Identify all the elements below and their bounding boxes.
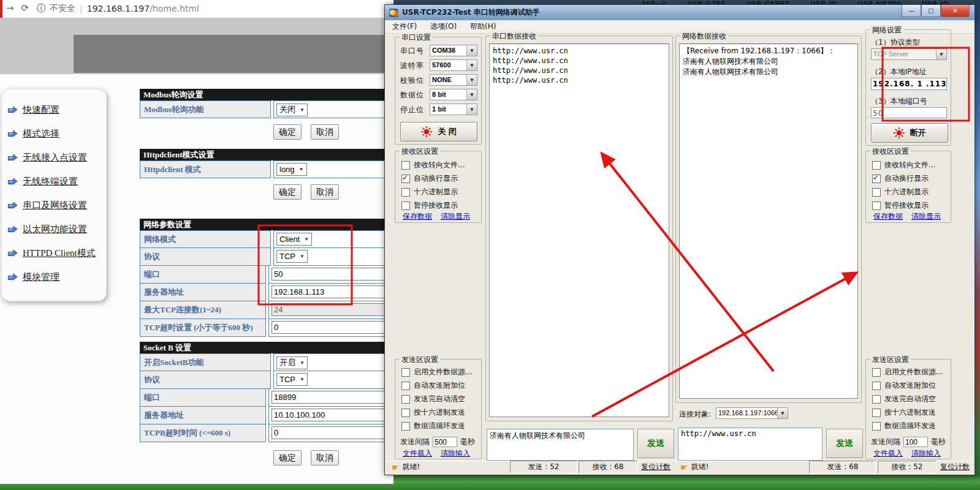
address-bar[interactable]: ⓘ 不安全 | 192.168.1.197/home.html: [37, 3, 199, 14]
checkbox[interactable]: [401, 422, 410, 431]
close-button[interactable]: ✕: [941, 5, 970, 17]
sidebar-item-wireless-sta[interactable]: 无线终端设置: [2, 170, 106, 194]
local-port-field[interactable]: 50: [871, 107, 947, 118]
checkbox-row[interactable]: 自动换行显示: [872, 173, 929, 184]
checkbox[interactable]: [401, 202, 410, 210]
confirm-button[interactable]: 确定: [273, 450, 302, 466]
socketb-port-input[interactable]: [272, 391, 387, 404]
url-host[interactable]: 192.168.1.197: [87, 4, 150, 13]
checkbox[interactable]: [872, 175, 881, 183]
confirm-button[interactable]: 确定: [273, 184, 302, 200]
cancel-button[interactable]: 取消: [311, 184, 339, 200]
sidebar-item-wireless-ap[interactable]: 无线接入点设置: [2, 146, 106, 170]
network-send-button[interactable]: 发送: [826, 429, 863, 458]
checkbox[interactable]: [401, 188, 410, 197]
checkbox[interactable]: [401, 175, 410, 183]
checkbox[interactable]: [872, 188, 881, 197]
socketb-server-input[interactable]: [272, 409, 387, 421]
sidebar-item-quick-config[interactable]: 快速配置: [2, 98, 106, 122]
reload-icon[interactable]: ⟳: [21, 2, 29, 13]
checkbox[interactable]: [401, 368, 410, 377]
checkbox[interactable]: [872, 422, 881, 431]
sidebar-item-module-mgmt[interactable]: 模块管理: [2, 265, 106, 289]
checkbox-row[interactable]: 自动换行显示: [401, 173, 458, 184]
clear-input-link[interactable]: 清除输入: [441, 448, 470, 459]
socketb-enable-select[interactable]: 开启▼: [276, 356, 308, 369]
port-input[interactable]: [272, 268, 387, 281]
cancel-button[interactable]: 取消: [311, 450, 339, 466]
tcpb-timeout-input[interactable]: [272, 426, 387, 439]
confirm-button[interactable]: 确定: [273, 124, 302, 140]
titlebar[interactable]: USR-TCP232-Test 串口转网络调试助手 — □ ✕: [385, 5, 974, 20]
save-data-link[interactable]: 保存数据: [403, 211, 432, 222]
sidebar-item-mode-select[interactable]: 模式选择: [2, 122, 106, 146]
checkbox-row[interactable]: 数据流循环发送: [401, 421, 465, 431]
checkbox[interactable]: [872, 382, 881, 390]
com-port-combo[interactable]: COM38▼: [430, 45, 477, 56]
httpdclient-mode-select[interactable]: long▼: [276, 163, 307, 176]
connect-target-combo[interactable]: 192.168.1.197:1066▼: [716, 407, 788, 419]
menu-file[interactable]: 文件(F): [392, 21, 417, 32]
checkbox[interactable]: [401, 409, 410, 417]
checkbox[interactable]: [872, 395, 881, 404]
file-load-link[interactable]: 文件载入: [403, 448, 432, 459]
checkbox-row[interactable]: 十六进制显示: [872, 187, 929, 197]
modbus-poll-select[interactable]: 关闭▼: [276, 104, 308, 116]
network-disconnect-button[interactable]: 断开: [871, 123, 948, 143]
checkbox-row[interactable]: 自动发送附加位: [872, 380, 936, 391]
checkbox[interactable]: [872, 161, 881, 170]
network-send-input[interactable]: http://www.usr.cn: [678, 428, 822, 461]
serial-send-input[interactable]: 济南有人物联网技术有限公司: [487, 429, 634, 461]
stop-bits-combo[interactable]: 1 bit▼: [430, 104, 477, 115]
clear-input-link[interactable]: 清除输入: [911, 448, 941, 459]
checkbox-row[interactable]: 按十六进制发送: [872, 407, 936, 418]
reset-count-link[interactable]: 复位计数: [641, 462, 670, 472]
checkbox-row[interactable]: 数据流循环发送: [872, 421, 936, 431]
checkbox[interactable]: [872, 409, 881, 417]
serial-close-button[interactable]: 关 闭: [400, 122, 477, 141]
checkbox-row[interactable]: 暂停接收显示: [401, 200, 458, 211]
checkbox[interactable]: [401, 395, 410, 404]
sidebar-item-serial-network[interactable]: 串口及网络设置: [2, 194, 106, 217]
menu-help[interactable]: 帮助(H): [470, 21, 496, 32]
clear-display-link[interactable]: 清除显示: [441, 211, 470, 222]
checkbox[interactable]: [401, 161, 410, 170]
interval-input[interactable]: [433, 437, 457, 447]
info-icon[interactable]: ⓘ: [37, 3, 45, 14]
url-path[interactable]: /home.html: [150, 4, 199, 13]
checkbox-row[interactable]: 自动发送附加位: [401, 380, 465, 391]
tcp-timeout-input[interactable]: [272, 321, 387, 334]
reset-count-link[interactable]: 复位计数: [940, 462, 970, 472]
socketb-protocol-select[interactable]: TCP▼: [276, 373, 308, 386]
sidebar-item-ethernet[interactable]: 以太网功能设置: [2, 217, 106, 241]
checkbox-row[interactable]: 发送完自动清空: [872, 394, 936, 404]
server-address-input[interactable]: [272, 285, 387, 298]
checkbox-row[interactable]: 启用文件数据源...: [401, 367, 472, 377]
checkbox-row[interactable]: 接收转向文件...: [401, 160, 465, 170]
checkbox-row[interactable]: 暂停接收显示: [872, 200, 929, 211]
local-ip-field[interactable]: 192.168. 1 .113: [871, 78, 947, 90]
interval-input[interactable]: [903, 437, 928, 447]
cancel-button[interactable]: 取消: [311, 124, 339, 140]
sidebar-item-httpd-client[interactable]: HTTPD Client模式: [2, 241, 106, 265]
network-mode-select[interactable]: Client▼: [276, 233, 312, 246]
parity-combo[interactable]: NONE▼: [430, 74, 477, 86]
checkbox-row[interactable]: 接收转向文件...: [872, 160, 935, 170]
checkbox-row[interactable]: 启用文件数据源...: [872, 367, 943, 377]
checkbox[interactable]: [872, 368, 881, 377]
maximize-button[interactable]: □: [921, 5, 941, 17]
menu-options[interactable]: 选项(O): [430, 21, 457, 32]
checkbox-row[interactable]: 十六进制显示: [401, 187, 458, 197]
checkbox-row[interactable]: 按十六进制发送: [401, 407, 465, 418]
protocol-select[interactable]: TCP▼: [276, 250, 308, 263]
checkbox[interactable]: [401, 382, 410, 390]
network-recv-textarea[interactable]: 【Receive from 192.168.1.197 : 1066】 : 济南…: [679, 43, 858, 399]
data-bits-combo[interactable]: 8 bit▼: [430, 89, 477, 100]
checkbox-row[interactable]: 发送完自动清空: [401, 394, 465, 404]
forward-icon[interactable]: →: [6, 2, 14, 13]
file-load-link[interactable]: 文件载入: [873, 448, 903, 459]
minimize-button[interactable]: —: [902, 5, 921, 17]
save-data-link[interactable]: 保存数据: [873, 211, 903, 222]
serial-send-button[interactable]: 发送: [637, 429, 674, 458]
baud-rate-combo[interactable]: 57600▼: [430, 59, 477, 71]
